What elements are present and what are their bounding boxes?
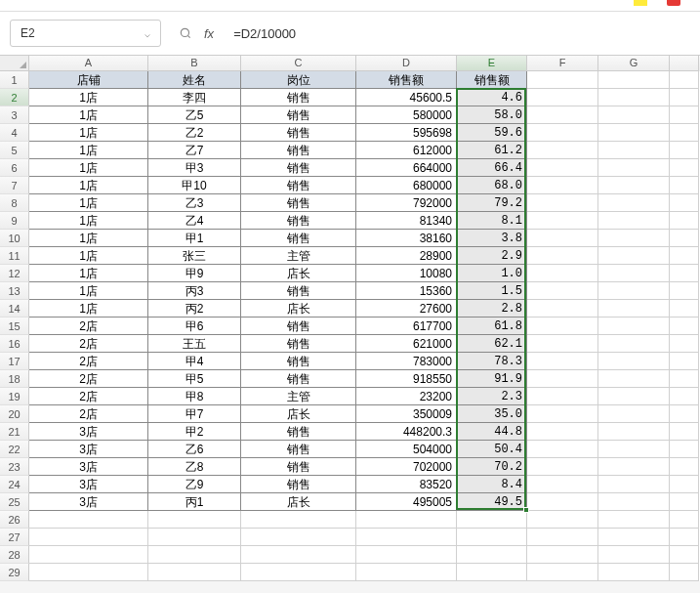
cell-name[interactable]: 丙2 bbox=[148, 300, 241, 318]
cell-empty[interactable] bbox=[598, 124, 670, 142]
cell-position[interactable]: 销售 bbox=[241, 230, 356, 247]
cell-empty[interactable] bbox=[527, 335, 598, 353]
cell-sales2[interactable]: 61.2 bbox=[457, 142, 527, 159]
cell-position[interactable]: 店长 bbox=[241, 493, 356, 511]
cell-sales[interactable]: 10080 bbox=[356, 265, 457, 282]
row-header[interactable]: 12 bbox=[0, 265, 29, 282]
cell-sales[interactable]: 617700 bbox=[356, 318, 457, 335]
cell-empty[interactable] bbox=[527, 511, 598, 529]
cell-name[interactable]: 甲9 bbox=[148, 265, 241, 282]
cell-position[interactable]: 销售 bbox=[241, 370, 356, 388]
row-header[interactable]: 7 bbox=[0, 177, 29, 194]
col-header-e[interactable]: E bbox=[457, 56, 527, 71]
cell-sales2[interactable]: 2.8 bbox=[457, 300, 527, 318]
row-header[interactable]: 19 bbox=[0, 388, 29, 405]
cell-empty[interactable] bbox=[670, 511, 699, 529]
row-header[interactable]: 1 bbox=[0, 71, 29, 89]
cell-sales2[interactable]: 8.4 bbox=[457, 476, 527, 493]
cell-position[interactable]: 销售 bbox=[241, 353, 356, 370]
row-header[interactable]: 6 bbox=[0, 159, 29, 177]
row-header[interactable]: 18 bbox=[0, 370, 29, 388]
cell-sales2[interactable]: 8.1 bbox=[457, 212, 527, 230]
col-header-d[interactable]: D bbox=[356, 56, 457, 71]
cell-sales2[interactable]: 44.8 bbox=[457, 423, 527, 441]
cell-empty[interactable] bbox=[598, 441, 670, 458]
cell-sales[interactable]: 702000 bbox=[356, 458, 457, 476]
cell-empty[interactable] bbox=[670, 441, 699, 458]
cell-empty[interactable] bbox=[670, 159, 699, 177]
cell-sales[interactable]: 783000 bbox=[356, 353, 457, 370]
cell-empty[interactable] bbox=[457, 529, 527, 546]
row-header[interactable]: 27 bbox=[0, 529, 29, 546]
cell-empty[interactable] bbox=[527, 230, 598, 247]
row-header[interactable]: 8 bbox=[0, 194, 29, 212]
col-header-b[interactable]: B bbox=[148, 56, 241, 71]
cell-position[interactable]: 销售 bbox=[241, 106, 356, 124]
cell-store[interactable]: 1店 bbox=[29, 159, 148, 177]
cell-sales2[interactable]: 62.1 bbox=[457, 335, 527, 353]
row-header[interactable]: 9 bbox=[0, 212, 29, 230]
cell-empty[interactable] bbox=[670, 106, 699, 124]
cell-empty[interactable] bbox=[670, 388, 699, 405]
cell-empty[interactable] bbox=[598, 353, 670, 370]
cell-sales[interactable]: 28900 bbox=[356, 247, 457, 265]
cell-sales[interactable]: 83520 bbox=[356, 476, 457, 493]
cell-sales[interactable]: 45600.5 bbox=[356, 89, 457, 106]
cell-name[interactable]: 王五 bbox=[148, 335, 241, 353]
cell-empty[interactable] bbox=[598, 230, 670, 247]
col-header-g[interactable]: G bbox=[598, 56, 670, 71]
cell-empty[interactable] bbox=[527, 370, 598, 388]
grid-body[interactable]: 1 店铺 姓名 岗位 销售额 销售额 2 1店 李四 销售 45600.5 4.… bbox=[0, 71, 700, 581]
row-header[interactable]: 3 bbox=[0, 106, 29, 124]
cell-sales[interactable]: 595698 bbox=[356, 124, 457, 142]
cell-position[interactable]: 店长 bbox=[241, 300, 356, 318]
cell-name[interactable]: 甲10 bbox=[148, 177, 241, 194]
cell-store[interactable]: 2店 bbox=[29, 318, 148, 335]
cell-empty[interactable] bbox=[670, 318, 699, 335]
cell-empty[interactable] bbox=[527, 282, 598, 300]
cell-sales[interactable]: 680000 bbox=[356, 177, 457, 194]
cell-name[interactable]: 乙9 bbox=[148, 476, 241, 493]
cell-empty[interactable] bbox=[598, 106, 670, 124]
cell-empty[interactable] bbox=[670, 282, 699, 300]
cell-empty[interactable] bbox=[527, 441, 598, 458]
header-sales2[interactable]: 销售额 bbox=[457, 71, 527, 89]
cell-empty[interactable] bbox=[29, 564, 148, 581]
cell-empty[interactable] bbox=[670, 177, 699, 194]
cell-name[interactable]: 甲2 bbox=[148, 423, 241, 441]
cell-empty[interactable] bbox=[356, 529, 457, 546]
cell-empty[interactable] bbox=[148, 564, 241, 581]
cell-position[interactable]: 销售 bbox=[241, 159, 356, 177]
cell-empty[interactable] bbox=[598, 458, 670, 476]
cell-empty[interactable] bbox=[670, 458, 699, 476]
cell-name[interactable]: 乙5 bbox=[148, 106, 241, 124]
cell-empty[interactable] bbox=[527, 212, 598, 230]
cell-name[interactable]: 甲3 bbox=[148, 159, 241, 177]
cell-sales[interactable]: 27600 bbox=[356, 300, 457, 318]
cell-sales2[interactable]: 49.5 bbox=[457, 493, 527, 511]
cell-sales[interactable]: 81340 bbox=[356, 212, 457, 230]
cell-sales2[interactable]: 70.2 bbox=[457, 458, 527, 476]
cell-empty[interactable] bbox=[457, 511, 527, 529]
fx-label[interactable]: fx bbox=[204, 26, 214, 41]
header-sales[interactable]: 销售额 bbox=[356, 71, 457, 89]
cell-empty[interactable] bbox=[356, 511, 457, 529]
header-store[interactable]: 店铺 bbox=[29, 71, 148, 89]
cell-empty[interactable] bbox=[527, 564, 598, 581]
cell-sales2[interactable]: 61.8 bbox=[457, 318, 527, 335]
cell-empty[interactable] bbox=[670, 124, 699, 142]
cell-sales2[interactable]: 58.0 bbox=[457, 106, 527, 124]
cell-position[interactable]: 销售 bbox=[241, 441, 356, 458]
cell-empty[interactable] bbox=[527, 476, 598, 493]
cell-store[interactable]: 1店 bbox=[29, 124, 148, 142]
select-all-corner[interactable] bbox=[0, 56, 29, 71]
row-header[interactable]: 29 bbox=[0, 564, 29, 581]
cell-sales[interactable]: 504000 bbox=[356, 441, 457, 458]
chevron-down-icon[interactable]: ⌵ bbox=[144, 28, 150, 39]
row-header[interactable]: 13 bbox=[0, 282, 29, 300]
cell-name[interactable]: 乙2 bbox=[148, 124, 241, 142]
cell-name[interactable]: 甲8 bbox=[148, 388, 241, 405]
cell-name[interactable]: 乙8 bbox=[148, 458, 241, 476]
cell-store[interactable]: 2店 bbox=[29, 370, 148, 388]
cell-empty[interactable] bbox=[527, 71, 598, 89]
